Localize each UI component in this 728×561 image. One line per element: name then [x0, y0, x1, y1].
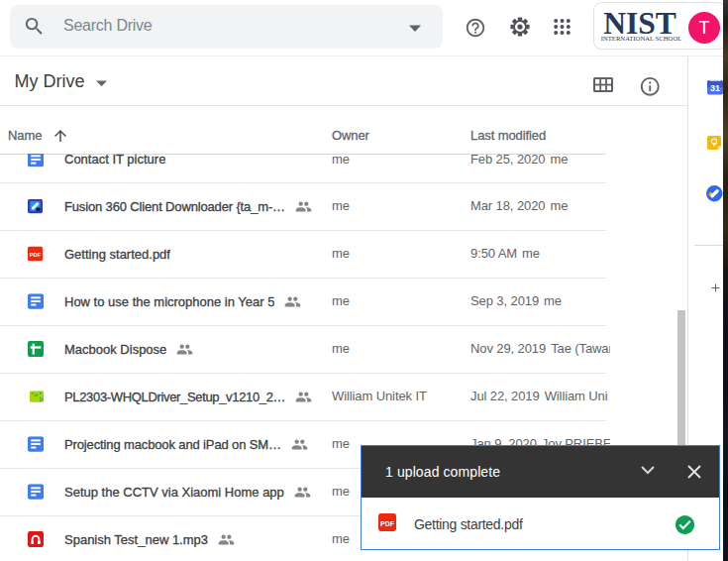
svg-text:PDF: PDF — [30, 252, 42, 258]
svg-text:PDF: PDF — [380, 520, 395, 527]
svg-text:31: 31 — [710, 83, 720, 93]
